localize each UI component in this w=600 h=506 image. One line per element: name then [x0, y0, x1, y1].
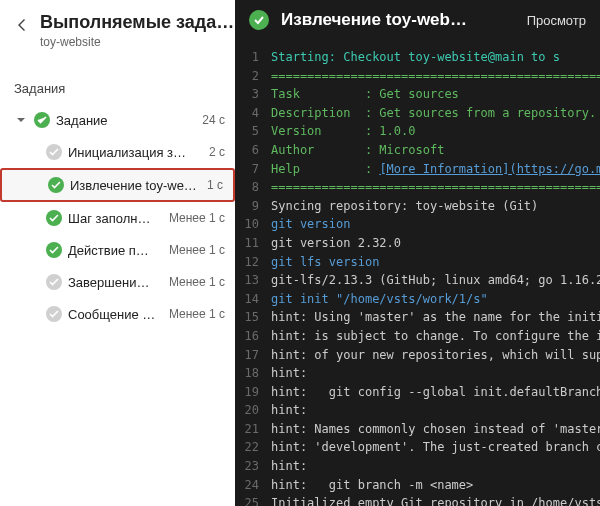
line-number: 16: [235, 327, 271, 346]
line-number: 25: [235, 494, 271, 506]
line-text: hint:: [271, 401, 600, 420]
log-line: 1Starting: Checkout toy-website@main to …: [235, 48, 600, 67]
log-line: 5Version : 1.0.0: [235, 122, 600, 141]
line-number: 19: [235, 383, 271, 402]
chevron-down-icon: [14, 113, 28, 127]
line-number: 4: [235, 104, 271, 123]
sidebar: Выполняемые зада… toy-website Задания За…: [0, 0, 235, 506]
line-text: hint: git config --global init.defaultBr…: [271, 383, 600, 402]
line-text: hint:: [271, 457, 600, 476]
log-line: 10git version: [235, 215, 600, 234]
line-text: Syncing repository: toy-website (Git): [271, 197, 600, 216]
step-time: Менее 1 с: [165, 275, 225, 289]
step-label: Шаг заполн…: [68, 211, 159, 226]
section-label: Задания: [0, 57, 235, 104]
line-text: Task : Get sources: [271, 85, 600, 104]
line-number: 8: [235, 178, 271, 197]
check-icon: [253, 14, 265, 26]
log-line: 24hint: git branch -m <name>: [235, 476, 600, 495]
step-label: Действие п…: [68, 243, 159, 258]
log-line: 25Initialized empty Git repository in /h…: [235, 494, 600, 506]
log-line: 2=======================================…: [235, 67, 600, 86]
line-text: Help : [More Information](https://go.mic…: [271, 160, 600, 179]
log-line: 13git-lfs/2.13.3 (GitHub; linux amd64; g…: [235, 271, 600, 290]
sidebar-header: Выполняемые зада… toy-website: [0, 0, 235, 57]
status-badge-idle: [46, 274, 62, 290]
status-badge-idle: [46, 144, 62, 160]
log-title: Извлечение toy-web…: [281, 10, 515, 30]
log-line: 14git init "/home/vsts/work/1/s": [235, 290, 600, 309]
line-text: git lfs version: [271, 253, 600, 272]
line-number: 5: [235, 122, 271, 141]
line-number: 13: [235, 271, 271, 290]
page-subtitle: toy-website: [40, 35, 234, 49]
line-number: 18: [235, 364, 271, 383]
status-badge-success: [46, 210, 62, 226]
arrow-left-icon: [14, 17, 30, 33]
log-line: 8=======================================…: [235, 178, 600, 197]
log-line: 7Help : [More Information](https://go.mi…: [235, 160, 600, 179]
line-text: Author : Microsoft: [271, 141, 600, 160]
log-line: 22hint: 'development'. The just-created …: [235, 438, 600, 457]
step-time: 2 с: [205, 145, 225, 159]
line-number: 22: [235, 438, 271, 457]
page-title: Выполняемые зада…: [40, 12, 234, 33]
step-item[interactable]: Инициализация з…2 с: [0, 136, 235, 168]
line-number: 7: [235, 160, 271, 179]
step-group[interactable]: Задание 24 с: [0, 104, 235, 136]
line-number: 3: [235, 85, 271, 104]
line-text: git version 2.32.0: [271, 234, 600, 253]
step-item[interactable]: Извлечение toy-we…1 с: [0, 168, 235, 202]
line-text: hint: git branch -m <name>: [271, 476, 600, 495]
line-text: Version : 1.0.0: [271, 122, 600, 141]
line-text: git init "/home/vsts/work/1/s": [271, 290, 600, 309]
line-text: hint: Using 'master' as the name for the…: [271, 308, 600, 327]
step-item[interactable]: Действие п…Менее 1 с: [0, 234, 235, 266]
log-line: 3Task : Get sources: [235, 85, 600, 104]
status-badge-success: [249, 10, 269, 30]
log-line: 6Author : Microsoft: [235, 141, 600, 160]
line-text: Starting: Checkout toy-website@main to s: [271, 48, 600, 67]
view-raw-button[interactable]: Просмотр: [527, 13, 586, 28]
line-number: 10: [235, 215, 271, 234]
line-text: hint: 'development'. The just-created br…: [271, 438, 600, 457]
log-line: 17hint: of your new repositories, which …: [235, 346, 600, 365]
line-number: 11: [235, 234, 271, 253]
line-text: hint: is subject to change. To configure…: [271, 327, 600, 346]
log-line: 9Syncing repository: toy-website (Git): [235, 197, 600, 216]
step-time: Менее 1 с: [165, 243, 225, 257]
step-item[interactable]: Сообщение …Менее 1 с: [0, 298, 235, 330]
step-time: 24 с: [198, 113, 225, 127]
line-number: 12: [235, 253, 271, 272]
log-line: 12git lfs version: [235, 253, 600, 272]
line-text: Description : Get sources from a reposit…: [271, 104, 600, 123]
log-line: 18hint:: [235, 364, 600, 383]
line-text: ========================================…: [271, 178, 600, 197]
status-badge-idle: [46, 306, 62, 322]
log-line: 16hint: is subject to change. To configu…: [235, 327, 600, 346]
line-number: 21: [235, 420, 271, 439]
step-label: Задание: [56, 113, 192, 128]
log-output[interactable]: 1Starting: Checkout toy-website@main to …: [235, 40, 600, 506]
line-number: 23: [235, 457, 271, 476]
line-text: git version: [271, 215, 600, 234]
step-time: 1 с: [203, 178, 223, 192]
status-badge-success: [46, 242, 62, 258]
line-text: ========================================…: [271, 67, 600, 86]
line-number: 20: [235, 401, 271, 420]
step-label: Сообщение …: [68, 307, 159, 322]
line-number: 6: [235, 141, 271, 160]
log-line: 21hint: Names commonly chosen instead of…: [235, 420, 600, 439]
check-icon: [37, 115, 47, 125]
step-label: Извлечение toy-we…: [70, 178, 197, 193]
step-item[interactable]: Шаг заполн…Менее 1 с: [0, 202, 235, 234]
line-text: git-lfs/2.13.3 (GitHub; linux amd64; go …: [271, 271, 600, 290]
step-item[interactable]: Завершени…Менее 1 с: [0, 266, 235, 298]
back-button[interactable]: [14, 16, 30, 34]
line-number: 15: [235, 308, 271, 327]
log-pane: Извлечение toy-web… Просмотр 1Starting: …: [235, 0, 600, 506]
line-number: 1: [235, 48, 271, 67]
step-time: Менее 1 с: [165, 307, 225, 321]
step-list: Задание 24 с Инициализация з…2 сИзвлечен…: [0, 104, 235, 506]
log-line: 11git version 2.32.0: [235, 234, 600, 253]
